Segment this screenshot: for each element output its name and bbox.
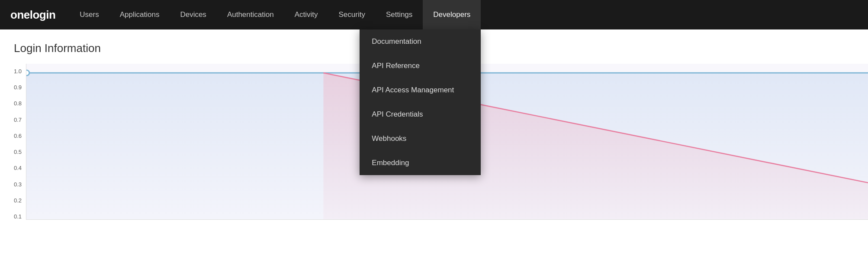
y-label-02: 0.2 xyxy=(14,197,22,204)
dropdown-item-documentation[interactable]: Documentation xyxy=(360,29,481,54)
nav-item-security[interactable]: Security xyxy=(328,0,375,29)
y-label-08: 0.8 xyxy=(14,100,22,107)
dropdown-item-api-credentials[interactable]: API Credentials xyxy=(360,102,481,127)
y-axis: 1.0 0.9 0.8 0.7 0.6 0.5 0.4 0.3 0.2 0.1 xyxy=(0,64,26,228)
nav-item-activity[interactable]: Activity xyxy=(284,0,328,29)
developers-dropdown-menu: Documentation API Reference API Access M… xyxy=(360,29,481,175)
dropdown-item-webhooks[interactable]: Webhooks xyxy=(360,127,481,151)
y-label-01: 0.1 xyxy=(14,213,22,220)
nav-item-developers[interactable]: Developers xyxy=(423,0,481,29)
nav-items: Users Applications Devices Authenticatio… xyxy=(69,0,858,29)
nav-item-authentication[interactable]: Authentication xyxy=(217,0,284,29)
dropdown-item-embedding[interactable]: Embedding xyxy=(360,151,481,175)
nav-item-devices[interactable]: Devices xyxy=(170,0,216,29)
developers-dropdown-wrapper: Developers Documentation API Reference A… xyxy=(423,0,481,29)
blue-dot-1 xyxy=(26,70,29,76)
y-label-10: 1.0 xyxy=(14,68,22,75)
y-label-09: 0.9 xyxy=(14,84,22,91)
dropdown-item-api-access-management[interactable]: API Access Management xyxy=(360,78,481,102)
nav-item-users[interactable]: Users xyxy=(69,0,109,29)
y-label-07: 0.7 xyxy=(14,117,22,123)
nav-item-settings[interactable]: Settings xyxy=(376,0,423,29)
nav-item-applications[interactable]: Applications xyxy=(109,0,170,29)
y-label-06: 0.6 xyxy=(14,133,22,139)
navbar: onelogin Users Applications Devices Auth… xyxy=(0,0,868,29)
y-label-05: 0.5 xyxy=(14,149,22,155)
logo[interactable]: onelogin xyxy=(10,8,55,22)
y-label-03: 0.3 xyxy=(14,181,22,188)
y-label-04: 0.4 xyxy=(14,165,22,171)
dropdown-item-api-reference[interactable]: API Reference xyxy=(360,54,481,78)
